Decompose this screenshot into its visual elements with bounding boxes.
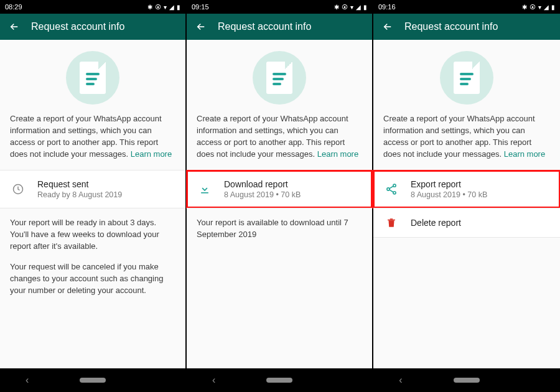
nav-home-pill[interactable] (266, 378, 292, 383)
nav-bar: ‹ ‹ (0, 368, 185, 392)
hero-illustration (187, 40, 372, 113)
hero-illustration (373, 40, 560, 113)
status-time: 09:15 (192, 3, 209, 11)
item-secondary: 8 August 2019 • 70 kB (411, 190, 487, 199)
info-note: Your report is available to download unt… (187, 208, 372, 250)
status-icons: ✱ ⦿ ▾ ◢ ▮ (147, 4, 180, 11)
learn-more-link[interactable]: Learn more (317, 149, 358, 159)
app-bar: Request account info (373, 14, 560, 40)
trash-icon (385, 217, 398, 228)
item-primary: Download report (224, 179, 301, 189)
delete-report-item[interactable]: Delete report (373, 208, 560, 237)
nav-bar: ‹ ‹ (373, 368, 560, 392)
bluetooth-icon: ✱ (147, 4, 152, 11)
status-bar: 09:16 ✱ ⦿ ▾ ◢ ▮ (373, 0, 560, 14)
back-button[interactable] (9, 21, 20, 32)
signal-icon: ◢ (356, 4, 361, 11)
nav-bar: ‹ ‹ (187, 368, 372, 392)
status-bar: 08:29 ✱ ⦿ ▾ ◢ ▮ (0, 0, 185, 14)
phone-screen-2: 09:15 ✱ ⦿ ▾ ◢ ▮ Request account info Cre… (187, 0, 373, 392)
battery-icon: ▮ (177, 4, 180, 11)
app-bar: Request account info (187, 14, 372, 40)
appbar-title: Request account info (218, 21, 311, 32)
divider (373, 237, 560, 238)
arrow-left-icon (382, 21, 393, 32)
back-button[interactable] (382, 21, 393, 32)
item-secondary: 8 August 2019 • 70 kB (224, 190, 301, 199)
status-icons: ✱ ⦿ ▾ ◢ ▮ (334, 4, 367, 11)
nav-back-icon[interactable]: ‹ (212, 375, 215, 386)
vibrate-icon: ⦿ (530, 4, 536, 11)
description-text: Create a report of your WhatsApp account… (373, 113, 560, 170)
vibrate-icon: ⦿ (342, 4, 348, 11)
arrow-left-icon (195, 21, 207, 32)
status-icons: ✱ ⦿ ▾ ◢ ▮ (522, 4, 555, 11)
appbar-title: Request account info (404, 21, 498, 32)
note-paragraph-1: Your report will be ready in about 3 day… (10, 217, 175, 253)
nav-home-pill[interactable] (80, 378, 106, 383)
arrow-left-icon (9, 21, 20, 32)
svg-rect-1 (201, 192, 208, 194)
nav-back-icon[interactable]: ‹ (26, 375, 29, 386)
back-button[interactable] (195, 21, 207, 32)
bluetooth-icon: ✱ (334, 4, 339, 11)
phone-screen-3: 09:16 ✱ ⦿ ▾ ◢ ▮ Request account info Cre… (373, 0, 560, 392)
description-text: Create a report of your WhatsApp account… (187, 113, 372, 170)
download-report-item[interactable]: Download report 8 August 2019 • 70 kB (187, 170, 372, 208)
status-bar: 09:15 ✱ ⦿ ▾ ◢ ▮ (187, 0, 372, 14)
battery-icon: ▮ (363, 4, 367, 11)
learn-more-link[interactable]: Learn more (131, 149, 172, 159)
info-note: Your report will be ready in about 3 day… (0, 208, 185, 305)
item-primary: Request sent (37, 179, 122, 189)
note-paragraph-1: Your report is available to download unt… (197, 217, 362, 241)
signal-icon: ◢ (544, 4, 549, 11)
status-time: 08:29 (5, 3, 22, 11)
status-time: 09:16 (378, 3, 396, 11)
request-sent-item[interactable]: Request sent Ready by 8 August 2019 (0, 170, 185, 208)
document-icon (454, 62, 480, 94)
wifi-icon: ▾ (164, 4, 167, 11)
note-paragraph-2: Your request will be canceled if you mak… (10, 261, 175, 297)
wifi-icon: ▾ (350, 4, 353, 11)
document-icon (80, 62, 106, 94)
appbar-title: Request account info (31, 21, 124, 32)
hero-illustration (0, 40, 185, 113)
download-icon (198, 183, 212, 195)
share-icon (385, 183, 398, 195)
signal-icon: ◢ (169, 4, 174, 11)
description-text: Create a report of your WhatsApp account… (0, 113, 185, 170)
clock-icon (11, 183, 25, 195)
item-primary: Export report (411, 179, 487, 189)
nav-home-pill[interactable] (454, 378, 480, 383)
export-report-item[interactable]: Export report 8 August 2019 • 70 kB (373, 170, 560, 208)
item-primary: Delete report (411, 218, 461, 228)
nav-back-icon[interactable]: ‹ (399, 375, 402, 386)
phone-screen-1: 08:29 ✱ ⦿ ▾ ◢ ▮ Request account info Cre… (0, 0, 187, 392)
item-secondary: Ready by 8 August 2019 (37, 190, 122, 199)
battery-icon: ▮ (551, 4, 555, 11)
screenshot-row: 08:29 ✱ ⦿ ▾ ◢ ▮ Request account info Cre… (0, 0, 560, 392)
vibrate-icon: ⦿ (155, 4, 161, 11)
bluetooth-icon: ✱ (522, 4, 527, 11)
learn-more-link[interactable]: Learn more (504, 149, 545, 159)
app-bar: Request account info (0, 14, 185, 40)
wifi-icon: ▾ (538, 4, 541, 11)
document-icon (266, 62, 292, 94)
